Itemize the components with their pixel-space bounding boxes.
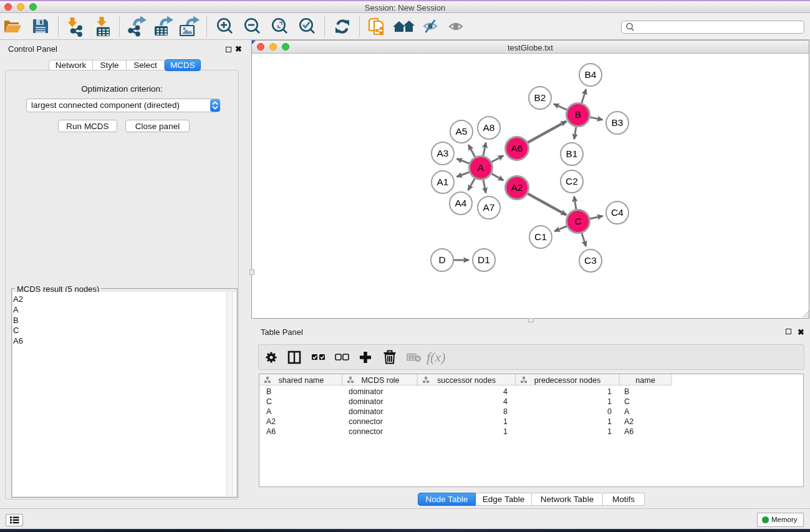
svg-text:A2: A2 — [266, 417, 276, 426]
svg-text:dominator: dominator — [349, 397, 383, 406]
svg-text:A6: A6 — [624, 427, 634, 436]
svg-text:shared name: shared name — [279, 376, 324, 385]
svg-text:A: A — [624, 407, 630, 416]
svg-text:dominator: dominator — [349, 387, 383, 396]
svg-text:A2: A2 — [624, 417, 634, 426]
svg-text:A5: A5 — [456, 126, 468, 137]
svg-text:A4: A4 — [455, 198, 467, 208]
svg-text:C: C — [266, 397, 272, 406]
svg-text:1: 1 — [503, 417, 508, 426]
svg-text:B3: B3 — [612, 117, 624, 128]
svg-text:C: C — [624, 397, 630, 406]
svg-text:D: D — [438, 254, 445, 265]
svg-text:MCDS role: MCDS role — [361, 376, 399, 385]
svg-text:A7: A7 — [483, 202, 495, 213]
svg-text:C: C — [574, 216, 581, 226]
svg-text:f(x): f(x) — [427, 349, 446, 365]
svg-text:C2: C2 — [566, 176, 578, 186]
svg-text:1: 1 — [607, 397, 612, 406]
svg-text:B: B — [266, 387, 271, 396]
svg-text:A2: A2 — [511, 182, 523, 193]
svg-text:A3: A3 — [437, 148, 449, 158]
svg-text:1: 1 — [503, 427, 508, 436]
svg-text:connector: connector — [349, 427, 383, 436]
svg-text:A8: A8 — [483, 122, 495, 133]
svg-text:connector: connector — [349, 417, 383, 426]
svg-text:0: 0 — [607, 407, 612, 416]
svg-text:successor nodes: successor nodes — [437, 376, 496, 385]
svg-text:name: name — [635, 376, 655, 385]
svg-text:A1: A1 — [437, 177, 449, 187]
svg-text:B1: B1 — [566, 148, 578, 159]
svg-text:1: 1 — [607, 427, 612, 436]
svg-text:A: A — [478, 162, 485, 173]
svg-text:B: B — [575, 109, 581, 120]
svg-text:A6: A6 — [266, 427, 276, 436]
svg-text:4: 4 — [503, 387, 508, 396]
svg-text:dominator: dominator — [349, 407, 383, 416]
svg-text:B2: B2 — [534, 92, 546, 103]
svg-text:D1: D1 — [478, 254, 490, 265]
svg-text:1: 1 — [607, 417, 612, 426]
svg-text:B: B — [624, 387, 629, 396]
svg-text:1: 1 — [607, 387, 612, 396]
svg-text:C1: C1 — [534, 231, 547, 242]
svg-text:A6: A6 — [511, 143, 523, 153]
svg-text:8: 8 — [503, 407, 508, 416]
svg-text:4: 4 — [503, 397, 508, 406]
svg-text:B4: B4 — [585, 69, 597, 80]
svg-text:predecessor nodes: predecessor nodes — [534, 376, 600, 385]
svg-text:C3: C3 — [584, 255, 597, 266]
svg-text:A: A — [266, 407, 272, 416]
svg-text:C4: C4 — [611, 207, 624, 218]
